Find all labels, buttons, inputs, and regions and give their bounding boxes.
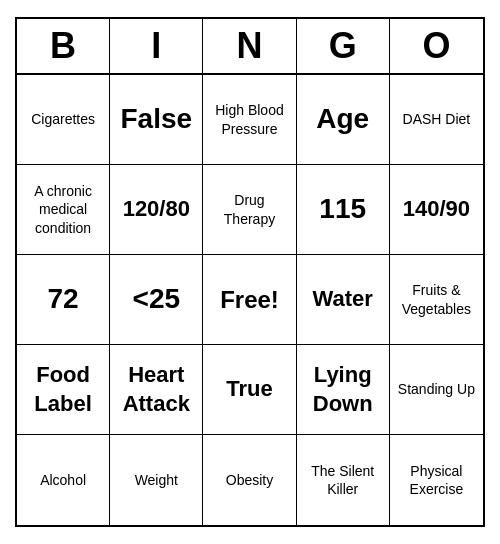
bingo-cell: Water (297, 255, 390, 345)
cell-content: Free! (220, 284, 279, 315)
cell-content: 115 (319, 191, 366, 227)
bingo-cell: Alcohol (17, 435, 110, 525)
cell-content: Water (313, 285, 373, 314)
bingo-cell: Free! (203, 255, 296, 345)
bingo-cell: 72 (17, 255, 110, 345)
bingo-cell: A chronic medical condition (17, 165, 110, 255)
bingo-cell: Physical Exercise (390, 435, 483, 525)
bingo-cell: Age (297, 75, 390, 165)
bingo-cell: Obesity (203, 435, 296, 525)
cell-content: Obesity (226, 471, 273, 489)
bingo-cell: DASH Diet (390, 75, 483, 165)
bingo-cell: Fruits & Vegetables (390, 255, 483, 345)
cell-content: The Silent Killer (301, 462, 385, 498)
cell-content: <25 (133, 281, 181, 317)
bingo-cell: <25 (110, 255, 203, 345)
header-letter: G (297, 19, 390, 73)
cell-content: False (120, 101, 192, 137)
cell-content: Drug Therapy (207, 191, 291, 227)
bingo-cell: Cigarettes (17, 75, 110, 165)
cell-content: Standing Up (398, 380, 475, 398)
bingo-cell: False (110, 75, 203, 165)
bingo-card: BINGO CigarettesFalseHigh Blood Pressure… (15, 17, 485, 527)
cell-content: Food Label (21, 361, 105, 418)
cell-content: Alcohol (40, 471, 86, 489)
header-letter: O (390, 19, 483, 73)
header-letter: I (110, 19, 203, 73)
cell-content: A chronic medical condition (21, 182, 105, 237)
cell-content: Weight (135, 471, 178, 489)
bingo-cell: True (203, 345, 296, 435)
bingo-cell: 120/80 (110, 165, 203, 255)
bingo-grid: CigarettesFalseHigh Blood PressureAgeDAS… (17, 75, 483, 525)
cell-content: 72 (48, 281, 79, 317)
bingo-cell: Drug Therapy (203, 165, 296, 255)
cell-content: Heart Attack (114, 361, 198, 418)
bingo-cell: Weight (110, 435, 203, 525)
cell-content: Age (316, 101, 369, 137)
bingo-cell: Lying Down (297, 345, 390, 435)
cell-content: Cigarettes (31, 110, 95, 128)
cell-content: 120/80 (123, 195, 190, 224)
bingo-cell: Food Label (17, 345, 110, 435)
bingo-cell: The Silent Killer (297, 435, 390, 525)
bingo-cell: Heart Attack (110, 345, 203, 435)
bingo-cell: 140/90 (390, 165, 483, 255)
cell-content: True (226, 375, 272, 404)
cell-content: DASH Diet (403, 110, 471, 128)
cell-content: High Blood Pressure (207, 101, 291, 137)
header-letter: B (17, 19, 110, 73)
cell-content: 140/90 (403, 195, 470, 224)
bingo-header: BINGO (17, 19, 483, 75)
cell-content: Fruits & Vegetables (394, 281, 479, 317)
cell-content: Physical Exercise (394, 462, 479, 498)
cell-content: Lying Down (301, 361, 385, 418)
bingo-cell: Standing Up (390, 345, 483, 435)
header-letter: N (203, 19, 296, 73)
bingo-cell: 115 (297, 165, 390, 255)
bingo-cell: High Blood Pressure (203, 75, 296, 165)
